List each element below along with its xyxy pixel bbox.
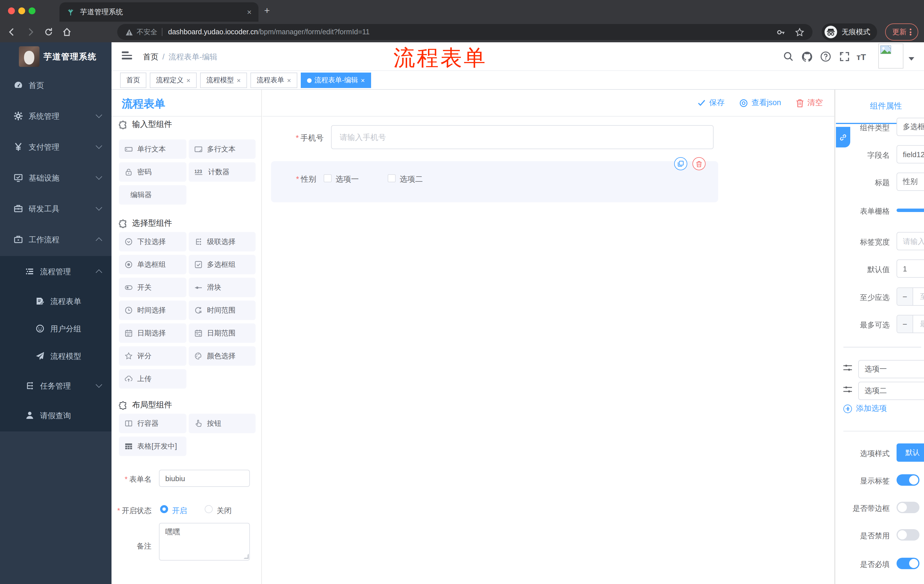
option-1-label-input[interactable] bbox=[858, 360, 924, 378]
show-label-switch[interactable] bbox=[896, 474, 919, 486]
form-grid-slider[interactable] bbox=[896, 209, 924, 212]
component-upload[interactable]: 上传 bbox=[119, 369, 186, 388]
sidebar-item-process-management[interactable]: 流程管理 bbox=[0, 257, 112, 286]
tag-close-icon[interactable]: × bbox=[186, 77, 190, 84]
tab-component-props[interactable]: 组件属性 bbox=[836, 101, 924, 112]
tag-process-definition[interactable]: 流程定义× bbox=[150, 72, 197, 88]
tag-home[interactable]: 首页 bbox=[120, 72, 146, 88]
sidebar-item-task-management[interactable]: 任务管理 bbox=[0, 372, 112, 400]
required-switch[interactable] bbox=[896, 558, 919, 569]
github-icon[interactable] bbox=[801, 51, 812, 62]
browser-update-button[interactable]: 更新 bbox=[885, 23, 918, 41]
sidebar-item-devtools[interactable]: 研发工具 bbox=[0, 194, 112, 223]
stepper-minus-button[interactable]: − bbox=[897, 316, 913, 332]
not-secure-label[interactable]: 不安全 bbox=[137, 27, 157, 37]
component-slider[interactable]: 滑块 bbox=[189, 278, 256, 297]
browser-tab[interactable]: 芋道管理系统 × bbox=[59, 2, 259, 22]
component-rate[interactable]: 评分 bbox=[119, 346, 186, 366]
status-radio-off[interactable] bbox=[205, 505, 213, 513]
breadcrumb-home[interactable]: 首页 bbox=[143, 53, 158, 61]
home-icon[interactable] bbox=[62, 27, 72, 37]
sidebar-logo-row[interactable]: 芋道管理系统 bbox=[0, 42, 112, 71]
gender-checkbox-1[interactable] bbox=[323, 174, 332, 182]
browser-menu-icon[interactable] bbox=[909, 28, 911, 36]
sidebar-item-payment[interactable]: 支付管理 bbox=[0, 133, 112, 161]
field-name-input[interactable] bbox=[896, 145, 924, 163]
address-bar[interactable]: 不安全 dashboard.yudao.iocoder.cn/bpm/manag… bbox=[117, 24, 812, 40]
component-date-range[interactable]: 日期范围 bbox=[189, 323, 256, 343]
component-checkbox-group[interactable]: 多选框组 bbox=[189, 255, 256, 274]
search-icon[interactable] bbox=[783, 51, 794, 62]
component-radio-group[interactable]: 单选框组 bbox=[119, 255, 186, 274]
component-single-text[interactable]: 单行文本 bbox=[119, 140, 186, 159]
tag-close-icon[interactable]: × bbox=[237, 77, 241, 84]
tag-process-form[interactable]: 流程表单× bbox=[251, 72, 297, 88]
max-select-input[interactable]: 最多可选 bbox=[913, 316, 924, 332]
label-width-input[interactable] bbox=[896, 232, 924, 250]
form-remark-textarea[interactable]: 嘿嘿 bbox=[159, 523, 250, 561]
tag-process-form-edit-active[interactable]: 流程表单-编辑× bbox=[301, 72, 371, 88]
bookmark-star-icon[interactable] bbox=[795, 27, 805, 37]
sidebar-item-user-group[interactable]: 用户分组 bbox=[0, 314, 112, 343]
sidebar-item-home[interactable]: 首页 bbox=[0, 71, 112, 99]
view-json-button[interactable]: 查看json bbox=[739, 98, 781, 108]
add-option-button[interactable]: 添加选项 bbox=[843, 403, 887, 414]
component-row-container[interactable]: 行容器 bbox=[119, 414, 186, 433]
sidebar-item-process-form[interactable]: 流程表单 bbox=[0, 287, 112, 316]
title-input[interactable] bbox=[896, 173, 924, 191]
save-button[interactable]: 保存 bbox=[698, 98, 724, 108]
gender-option-1-label[interactable]: 选项一 bbox=[336, 174, 364, 184]
delete-component-icon[interactable] bbox=[693, 157, 706, 170]
traffic-minimize-button[interactable] bbox=[18, 7, 25, 14]
component-counter[interactable]: 123计数器 bbox=[189, 162, 256, 182]
tag-close-icon[interactable]: × bbox=[361, 77, 365, 84]
tag-process-model[interactable]: 流程模型× bbox=[200, 72, 247, 88]
forward-icon[interactable] bbox=[25, 27, 35, 37]
status-radio-on[interactable] bbox=[160, 505, 168, 513]
component-multi-text[interactable]: 多行文本 bbox=[189, 140, 256, 159]
gender-option-2-label[interactable]: 选项二 bbox=[400, 174, 428, 184]
back-icon[interactable] bbox=[7, 27, 17, 37]
traffic-close-button[interactable] bbox=[8, 7, 15, 14]
component-time-range[interactable]: 时间范围 bbox=[189, 301, 256, 320]
option-2-label-input[interactable] bbox=[858, 382, 924, 400]
password-key-icon[interactable] bbox=[776, 27, 785, 37]
component-color-picker[interactable]: 颜色选择 bbox=[189, 346, 256, 366]
sidebar-item-system[interactable]: 系统管理 bbox=[0, 102, 112, 130]
drag-handle-icon[interactable] bbox=[843, 385, 853, 394]
tag-close-icon[interactable]: × bbox=[287, 77, 291, 84]
new-tab-button[interactable]: + bbox=[264, 5, 270, 16]
duplicate-component-icon[interactable] bbox=[674, 157, 687, 170]
component-select[interactable]: 下拉选择 bbox=[119, 232, 186, 252]
font-size-icon[interactable]: тT bbox=[856, 52, 868, 63]
sidebar-item-infrastructure[interactable]: 基础设施 bbox=[0, 163, 112, 192]
clear-button[interactable]: 清空 bbox=[796, 98, 823, 108]
component-table-dev[interactable]: 表格[开发中] bbox=[119, 437, 186, 456]
border-switch[interactable] bbox=[896, 502, 919, 513]
fullscreen-icon[interactable] bbox=[839, 51, 850, 62]
reload-icon[interactable] bbox=[43, 27, 54, 37]
component-time-picker[interactable]: 时间选择 bbox=[119, 301, 186, 320]
phone-input[interactable] bbox=[331, 125, 714, 149]
style-default-button[interactable]: 默认 bbox=[896, 443, 924, 462]
stepper-minus-button[interactable]: − bbox=[897, 288, 913, 305]
selected-component-block[interactable]: *性别 选项一 选项二 bbox=[271, 161, 718, 202]
sidebar-item-leave-query[interactable]: 请假查询 bbox=[0, 401, 112, 430]
component-button[interactable]: 按钮 bbox=[189, 414, 256, 433]
component-editor[interactable]: 编辑器 bbox=[119, 185, 186, 204]
help-icon[interactable] bbox=[820, 51, 832, 62]
avatar-caret-icon[interactable] bbox=[909, 57, 914, 61]
component-switch[interactable]: 开关 bbox=[119, 278, 186, 297]
disabled-switch[interactable] bbox=[896, 529, 919, 541]
form-name-input[interactable] bbox=[159, 470, 250, 487]
min-select-input[interactable]: 至少应选 bbox=[913, 288, 924, 305]
component-date-picker[interactable]: 日期选择 bbox=[119, 323, 186, 343]
sidebar-collapse-icon[interactable] bbox=[122, 51, 132, 61]
sidebar-item-process-model[interactable]: 流程模型 bbox=[0, 342, 112, 370]
component-cascader[interactable]: 级联选择 bbox=[189, 232, 256, 252]
avatar[interactable] bbox=[878, 43, 903, 69]
component-password[interactable]: 密码 bbox=[119, 162, 186, 182]
sidebar-item-workflow[interactable]: 工作流程 bbox=[0, 225, 112, 254]
tab-close-icon[interactable]: × bbox=[247, 8, 252, 16]
gender-checkbox-2[interactable] bbox=[388, 174, 396, 182]
